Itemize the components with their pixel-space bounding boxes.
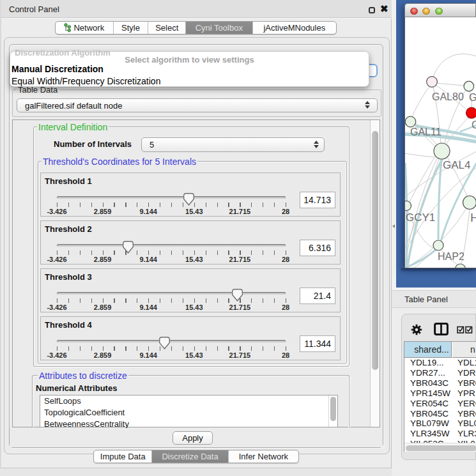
svg-text:GAL4: GAL4 (443, 159, 470, 171)
svg-text:G.: G. (469, 92, 476, 103)
svg-text:H: H (470, 211, 476, 224)
svg-text:GAL11: GAL11 (410, 127, 441, 137)
svg-text:HAP2: HAP2 (438, 251, 464, 262)
svg-text:GCY1: GCY1 (406, 211, 435, 224)
svg-text:GAL80: GAL80 (432, 91, 464, 102)
svg-text:C: C (472, 119, 476, 130)
